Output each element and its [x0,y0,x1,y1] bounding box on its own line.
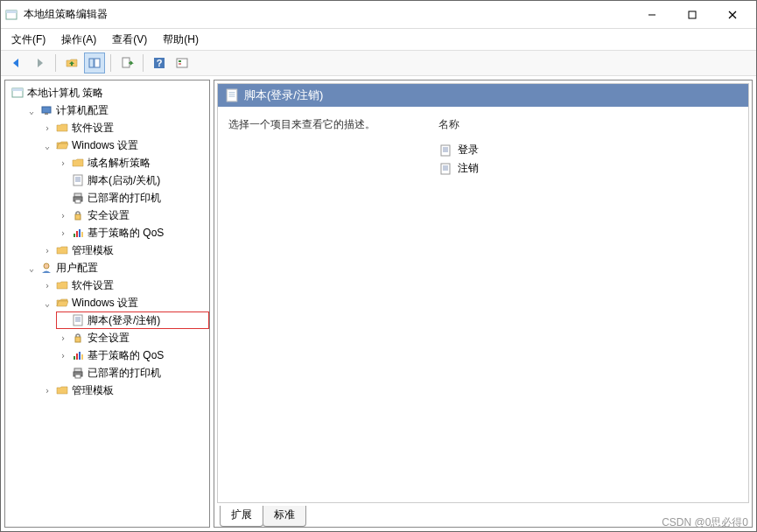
tree-item[interactable]: ›安全设置 [56,329,209,346]
svg-rect-29 [81,232,83,237]
tab-extended[interactable]: 扩展 [220,506,263,527]
chevron-right-icon[interactable]: › [58,158,68,168]
svg-rect-25 [75,214,81,220]
tree-item[interactable]: ›管理模板 [40,382,209,399]
tree-item[interactable]: ›安全设置 [56,206,209,224]
list-item[interactable]: 登录 [438,141,738,159]
chevron-right-icon[interactable]: › [58,350,68,360]
toolbar-separator [55,54,56,72]
tab-standard[interactable]: 标准 [263,506,306,527]
tree-item[interactable]: ›软件设置 [40,276,209,294]
script-icon [71,313,85,327]
content-header: 脚本(登录/注销) [218,84,748,107]
forward-button[interactable] [29,52,50,74]
chevron-down-icon[interactable]: ⌄ [26,262,37,273]
svg-text:?: ? [157,58,163,68]
tree-user-config[interactable]: ⌄ 用户配置 [25,259,209,276]
qos-icon [71,226,85,240]
script-icon [438,162,452,176]
description-text: 选择一个项目来查看它的描述。 [228,117,421,132]
svg-rect-8 [123,58,130,67]
folder-open-icon [55,296,69,310]
window-title: 本地组策略编辑器 [24,7,632,22]
svg-rect-1 [6,10,17,13]
qos-icon [71,348,85,362]
folder-icon [55,278,69,292]
list-column: 名称 登录 注销 [438,117,738,492]
help-button[interactable]: ? [149,52,170,74]
svg-rect-7 [95,59,100,67]
tree-item-selected[interactable]: 脚本(登录/注销) [56,312,209,329]
tree-item[interactable]: ⌄Windows 设置 [40,294,209,312]
chevron-down-icon[interactable]: ⌄ [42,298,53,308]
tree-computer-config[interactable]: ⌄ 计算机配置 [25,102,209,119]
svg-rect-37 [76,354,78,360]
chevron-right-icon[interactable]: › [42,385,53,396]
menu-view[interactable]: 查看(V) [105,31,154,49]
printer-icon [71,191,85,205]
svg-rect-43 [227,89,236,102]
tree-pane[interactable]: 本地计算机 策略 ⌄ 计算机配置 ›软件设置 [4,80,210,528]
svg-rect-31 [74,315,82,326]
window-controls [632,2,753,28]
svg-rect-18 [74,175,82,186]
up-button[interactable] [61,52,82,74]
chevron-right-icon[interactable]: › [42,245,53,256]
tree-item[interactable]: ⌄Windows 设置 [40,136,209,154]
show-hide-tree-button[interactable] [84,52,105,74]
svg-rect-17 [45,113,48,115]
menu-action[interactable]: 操作(A) [54,31,103,49]
svg-rect-42 [75,374,81,378]
tree-item[interactable]: ›管理模板 [40,242,209,259]
close-button[interactable] [712,2,753,28]
description-column: 选择一个项目来查看它的描述。 [228,117,421,492]
tree-item[interactable]: 已部署的打印机 [56,189,209,206]
export-button[interactable] [116,52,137,74]
folder-icon [55,121,69,135]
policy-icon [11,86,25,100]
chevron-down-icon[interactable]: ⌄ [26,105,37,116]
tree-item[interactable]: ›基于策略的 QoS [56,346,209,364]
tree-item[interactable]: ›软件设置 [40,119,209,136]
list-item-label: 登录 [458,143,479,158]
svg-rect-35 [75,337,81,342]
tree-item[interactable]: ›域名解析策略 [56,154,209,172]
content-body: 选择一个项目来查看它的描述。 名称 登录 注销 [218,107,748,502]
tree-item[interactable]: ›基于策略的 QoS [56,224,209,242]
body: 本地计算机 策略 ⌄ 计算机配置 ›软件设置 [1,76,756,531]
back-button[interactable] [6,52,27,74]
script-icon [71,173,85,187]
svg-rect-24 [75,200,81,203]
security-icon [71,331,85,345]
list-column-header[interactable]: 名称 [438,117,738,132]
content-area: 脚本(登录/注销) 选择一个项目来查看它的描述。 名称 登录 [217,83,749,503]
list-item[interactable]: 注销 [438,159,738,178]
svg-rect-47 [441,145,450,156]
script-icon [225,88,239,102]
titlebar: 本地组策略编辑器 [1,1,756,29]
chevron-right-icon[interactable]: › [58,332,68,343]
tree-root[interactable]: 本地计算机 策略 [9,84,209,102]
filter-button[interactable] [172,52,193,74]
chevron-down-icon[interactable]: ⌄ [42,140,53,150]
folder-open-icon [55,138,69,152]
tree-item[interactable]: 脚本(启动/关机) [56,172,209,189]
svg-rect-6 [89,59,94,67]
chevron-right-icon[interactable]: › [58,210,68,220]
svg-rect-12 [179,60,181,62]
svg-rect-36 [74,356,75,360]
menubar: 文件(F) 操作(A) 查看(V) 帮助(H) [1,29,756,50]
toolbar-separator [143,54,144,72]
svg-rect-27 [76,231,78,237]
minimize-button[interactable] [632,2,672,28]
chevron-right-icon[interactable]: › [58,228,68,238]
menu-file[interactable]: 文件(F) [4,31,53,49]
svg-rect-26 [74,234,75,237]
svg-rect-15 [12,88,23,91]
folder-icon [55,383,69,397]
tree-item[interactable]: 已部署的打印机 [56,364,209,382]
chevron-right-icon[interactable]: › [42,122,53,133]
menu-help[interactable]: 帮助(H) [156,31,206,49]
chevron-right-icon[interactable]: › [42,280,53,290]
maximize-button[interactable] [672,2,712,28]
